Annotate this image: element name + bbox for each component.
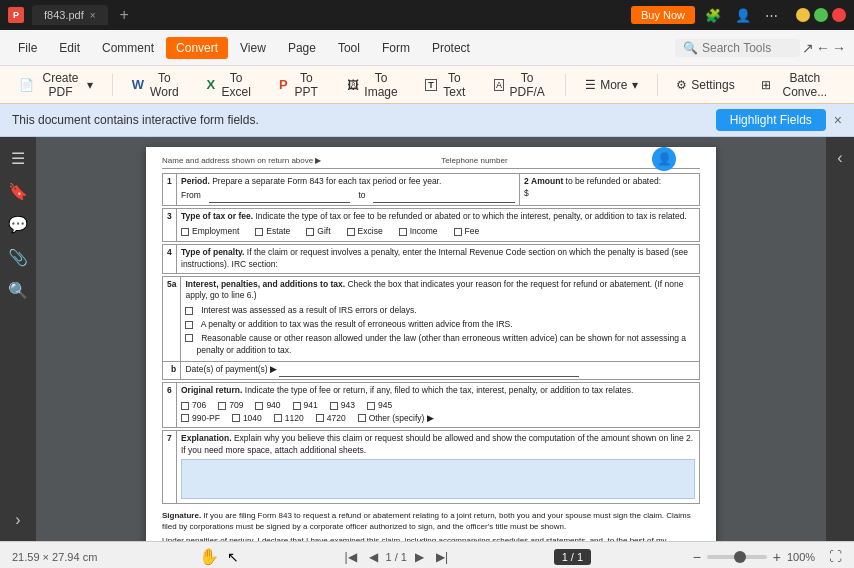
- nav-controls: |◀ ◀ 1 / 1 ▶ ▶|: [340, 548, 452, 566]
- page-indicator-badge: 1 / 1: [554, 549, 591, 565]
- toolbar: 📄 Create PDF ▾ W To Word X To Excel P To…: [0, 66, 854, 104]
- to-image-button[interactable]: 🖼 To Image: [336, 66, 410, 104]
- menu-bar: File Edit Comment Convert View Page Tool…: [0, 30, 854, 66]
- header-text: Name and address shown on return above ▶…: [162, 155, 700, 169]
- excel-icon: X: [207, 77, 216, 92]
- title-bar: P f843.pdf × + Buy Now 🧩 👤 ⋯: [0, 0, 854, 30]
- to-excel-button[interactable]: X To Excel: [196, 66, 265, 104]
- to-word-button[interactable]: W To Word: [121, 66, 192, 104]
- right-sidebar: ‹: [826, 137, 854, 541]
- window-controls: [796, 8, 846, 22]
- dropdown-icon: ▾: [87, 78, 93, 92]
- menu-page[interactable]: Page: [278, 37, 326, 59]
- pdfa-icon: A: [494, 79, 504, 91]
- next-page-btn[interactable]: ▶: [411, 548, 428, 566]
- settings-icon: ⚙: [676, 78, 687, 92]
- main-area: ☰ 🔖 💬 📎 🔍 › 👤 Name and address shown on …: [0, 137, 854, 541]
- pdf-page: Name and address shown on return above ▶…: [146, 147, 716, 541]
- fullscreen-btn[interactable]: ⛶: [829, 549, 842, 564]
- period-label: Period.: [181, 176, 210, 186]
- menu-file[interactable]: File: [8, 37, 47, 59]
- document-tab[interactable]: f843.pdf ×: [32, 5, 108, 25]
- zoom-percent: 100%: [787, 551, 823, 563]
- buy-now-button[interactable]: Buy Now: [631, 6, 695, 24]
- separator-2: [565, 74, 566, 96]
- sidebar-menu-btn[interactable]: ☰: [7, 145, 29, 172]
- menu-protect[interactable]: Protect: [422, 37, 480, 59]
- form-content: Name and address shown on return above ▶…: [162, 155, 700, 541]
- back-icon[interactable]: ←: [816, 40, 830, 56]
- sidebar-attachment-btn[interactable]: 📎: [4, 244, 32, 271]
- minimize-button[interactable]: [796, 8, 810, 22]
- tab-filename: f843.pdf: [44, 9, 84, 21]
- separator-3: [657, 74, 658, 96]
- menu-edit[interactable]: Edit: [49, 37, 90, 59]
- zoom-controls: − + 100% ⛶: [693, 549, 842, 565]
- explanation-box[interactable]: [181, 459, 695, 499]
- to-text-button[interactable]: T To Text: [414, 66, 479, 104]
- row-3-table: 3 Type of tax or fee. Indicate the type …: [162, 208, 700, 242]
- maximize-button[interactable]: [814, 8, 828, 22]
- create-pdf-button[interactable]: 📄 Create PDF ▾: [8, 66, 104, 104]
- to-ppt-button[interactable]: P To PPT: [268, 66, 332, 104]
- row-4-table: 4 Type of penalty. If the claim or reque…: [162, 244, 700, 274]
- menu-comment[interactable]: Comment: [92, 37, 164, 59]
- search-icon: 🔍: [683, 41, 698, 55]
- sidebar-search-btn[interactable]: 🔍: [4, 277, 32, 304]
- new-tab-btn[interactable]: +: [120, 6, 129, 24]
- info-close-button[interactable]: ×: [834, 112, 842, 128]
- create-pdf-icon: 📄: [19, 78, 34, 92]
- row-1-2-table: 1 Period. Prepare a separate Form 843 fo…: [162, 173, 700, 206]
- user-avatar: 👤: [652, 147, 676, 171]
- info-message: This document contains interactive form …: [12, 113, 259, 127]
- row-5a-table: 5a Interest, penalties, and additions to…: [162, 276, 700, 380]
- right-sidebar-collapse-btn[interactable]: ‹: [833, 145, 846, 171]
- more-icon: ☰: [585, 78, 596, 92]
- extension-icon[interactable]: 🧩: [701, 6, 725, 25]
- more-dropdown-icon: ▾: [632, 78, 638, 92]
- batch-convert-button[interactable]: ⊞ Batch Conve...: [750, 66, 846, 104]
- page-shadow: 👤 Name and address shown on return above…: [146, 147, 716, 531]
- bottom-bar: 21.59 × 27.94 cm ✋ ↖ |◀ ◀ 1 / 1 ▶ ▶| 1 /…: [0, 541, 854, 568]
- zoom-thumb: [734, 551, 746, 563]
- select-tool-btn[interactable]: ↖: [227, 549, 239, 565]
- signature-section: Signature. If you are filing Form 843 to…: [162, 510, 700, 541]
- left-sidebar: ☰ 🔖 💬 📎 🔍 ›: [0, 137, 36, 541]
- menu-view[interactable]: View: [230, 37, 276, 59]
- zoom-out-btn[interactable]: −: [693, 549, 701, 565]
- menu-convert[interactable]: Convert: [166, 37, 228, 59]
- highlight-fields-button[interactable]: Highlight Fields: [716, 109, 826, 131]
- external-link-icon[interactable]: ↗: [802, 40, 814, 56]
- image-icon: 🖼: [347, 78, 359, 92]
- first-page-btn[interactable]: |◀: [340, 548, 360, 566]
- sidebar-comment-btn[interactable]: 💬: [4, 211, 32, 238]
- menu-tool[interactable]: Tool: [328, 37, 370, 59]
- title-bar-left: P f843.pdf × +: [8, 5, 631, 25]
- sidebar-collapse-btn[interactable]: ›: [11, 507, 24, 533]
- settings-button[interactable]: ⚙ Settings: [665, 73, 745, 97]
- separator: [112, 74, 113, 96]
- row-6-table: 6 Original return. Indicate the type of …: [162, 382, 700, 429]
- more-icon[interactable]: ⋯: [761, 6, 782, 25]
- hand-tool-btn[interactable]: ✋: [199, 547, 219, 566]
- more-button[interactable]: ☰ More ▾: [574, 73, 648, 97]
- forward-icon[interactable]: →: [832, 40, 846, 56]
- word-icon: W: [132, 77, 144, 92]
- close-button[interactable]: [832, 8, 846, 22]
- account-icon[interactable]: 👤: [731, 6, 755, 25]
- document-area: 👤 Name and address shown on return above…: [36, 137, 826, 541]
- zoom-in-btn[interactable]: +: [773, 549, 781, 565]
- to-pdfa-button[interactable]: A To PDF/A: [483, 66, 557, 104]
- app-icon: P: [8, 7, 24, 23]
- title-bar-right: Buy Now 🧩 👤 ⋯: [631, 6, 846, 25]
- search-input[interactable]: [702, 41, 792, 55]
- menu-form[interactable]: Form: [372, 37, 420, 59]
- sidebar-bookmark-btn[interactable]: 🔖: [4, 178, 32, 205]
- zoom-slider[interactable]: [707, 555, 767, 559]
- tab-close-btn[interactable]: ×: [90, 10, 96, 21]
- ppt-icon: P: [279, 77, 288, 92]
- prev-page-btn[interactable]: ◀: [365, 548, 382, 566]
- batch-icon: ⊞: [761, 78, 771, 92]
- last-page-btn[interactable]: ▶|: [432, 548, 452, 566]
- dimensions-text: 21.59 × 27.94 cm: [12, 551, 97, 563]
